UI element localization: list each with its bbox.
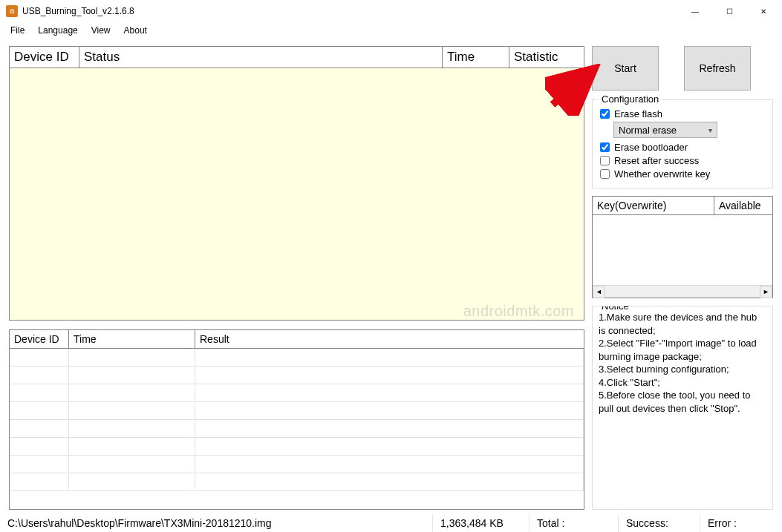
- overwrite-key-label: Whether overwrite key: [614, 168, 710, 180]
- menu-language[interactable]: Language: [32, 24, 83, 37]
- table-row: [10, 367, 584, 384]
- table-row: [10, 456, 584, 473]
- menu-about[interactable]: About: [118, 24, 153, 37]
- rcol-result[interactable]: Result: [195, 330, 584, 349]
- table-row: [10, 384, 584, 402]
- menu-view[interactable]: View: [85, 24, 117, 37]
- minimize-button[interactable]: —: [678, 0, 712, 22]
- erase-bootloader-checkbox[interactable]: [600, 142, 610, 152]
- rcol-time[interactable]: Time: [69, 330, 195, 349]
- window-controls: — ☐ ✕: [678, 0, 781, 22]
- kcol-key[interactable]: Key(Overwrite): [593, 197, 714, 215]
- col-device-id[interactable]: Device ID: [10, 47, 79, 68]
- key-overwrite-table: Key(Overwrite) Available ◄ ►: [592, 196, 773, 298]
- close-button[interactable]: ✕: [746, 0, 781, 22]
- device-status-table: Device ID Status Time Statistic: [9, 46, 584, 321]
- table-row: [10, 438, 584, 456]
- result-table: Device ID Time Result: [9, 329, 584, 510]
- overwrite-key-checkbox[interactable]: [600, 169, 610, 179]
- notice-group: Notice 1.Make sure the devices and the h…: [592, 306, 773, 510]
- notice-line: 5.Before close the tool, you need to pul…: [599, 389, 766, 415]
- status-total: Total :: [530, 514, 619, 532]
- erase-mode-select[interactable]: Normal erase ▾: [613, 122, 717, 138]
- table-row: [10, 402, 584, 420]
- menu-file[interactable]: File: [4, 24, 30, 37]
- notice-line: 1.Make sure the devices and the hub is c…: [599, 311, 766, 337]
- notice-legend: Notice: [599, 306, 632, 313]
- titlebar: USB_Burning_Tool_v2.1.6.8 — ☐ ✕: [0, 0, 782, 22]
- col-status[interactable]: Status: [79, 47, 443, 68]
- result-body: [10, 349, 584, 509]
- configuration-group: Configuration Erase flash Normal erase ▾…: [592, 99, 773, 188]
- erase-flash-label: Erase flash: [614, 108, 662, 119]
- col-statistic[interactable]: Statistic: [509, 47, 584, 68]
- menubar: File Language View About: [0, 22, 782, 39]
- notice-line: 3.Select burning configuration;: [599, 363, 766, 376]
- status-size: 1,363,484 KB: [433, 514, 530, 532]
- erase-bootloader-label: Erase bootloader: [614, 142, 688, 153]
- reset-after-success-checkbox[interactable]: [600, 156, 610, 165]
- device-status-body: [10, 68, 584, 320]
- scroll-right-icon[interactable]: ►: [760, 286, 772, 298]
- scroll-left-icon[interactable]: ◄: [593, 286, 605, 298]
- notice-line: 2.Select "File"-"Import image" to load b…: [599, 337, 766, 363]
- erase-flash-checkbox[interactable]: [600, 109, 610, 119]
- status-path: C:\Users\rahul\Desktop\Firmware\TX3Mini-…: [0, 514, 433, 532]
- table-row: [10, 349, 584, 367]
- status-error: Error :: [700, 514, 782, 532]
- refresh-button[interactable]: Refresh: [684, 46, 751, 91]
- kcol-available[interactable]: Available: [714, 197, 772, 215]
- statusbar: C:\Users\rahul\Desktop\Firmware\TX3Mini-…: [0, 514, 782, 532]
- status-success: Success:: [619, 514, 700, 532]
- key-table-body: [593, 215, 772, 285]
- chevron-down-icon: ▾: [708, 126, 712, 134]
- col-time[interactable]: Time: [443, 47, 509, 68]
- app-icon: [6, 5, 18, 17]
- window-title: USB_Burning_Tool_v2.1.6.8: [22, 6, 134, 16]
- erase-mode-value: Normal erase: [619, 125, 677, 136]
- notice-line: 4.Click "Start";: [599, 376, 766, 390]
- reset-after-success-label: Reset after success: [614, 155, 699, 166]
- rcol-device-id[interactable]: Device ID: [10, 330, 69, 349]
- maximize-button[interactable]: ☐: [712, 0, 746, 22]
- table-row: [10, 420, 584, 438]
- table-row: [10, 473, 584, 491]
- configuration-legend: Configuration: [599, 93, 662, 105]
- start-button[interactable]: Start: [592, 46, 659, 91]
- horizontal-scrollbar[interactable]: ◄ ►: [593, 285, 772, 298]
